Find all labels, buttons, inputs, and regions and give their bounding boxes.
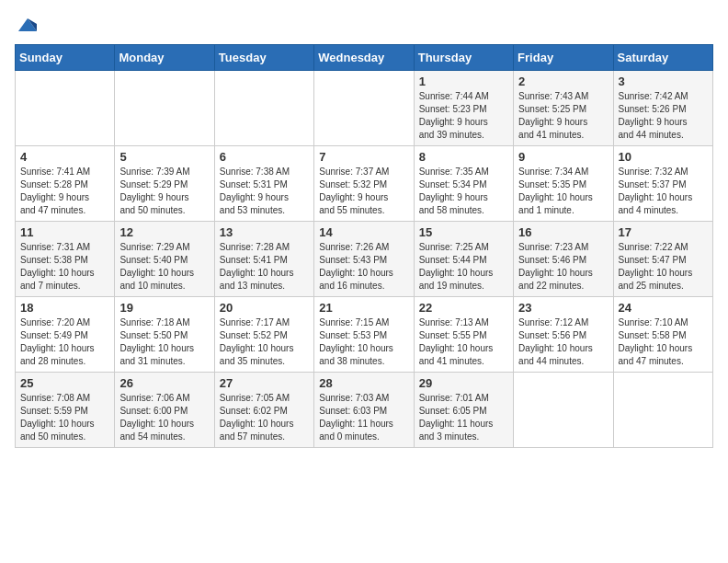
day-info: Sunrise: 7:10 AM Sunset: 5:58 PM Dayligh… [619, 316, 708, 368]
day-number: 15 [419, 225, 508, 239]
calendar-week-row: 18Sunrise: 7:20 AM Sunset: 5:49 PM Dayli… [16, 297, 713, 373]
day-info: Sunrise: 7:32 AM Sunset: 5:37 PM Dayligh… [619, 166, 708, 217]
day-info: Sunrise: 7:31 AM Sunset: 5:38 PM Dayligh… [20, 241, 109, 293]
day-info: Sunrise: 7:34 AM Sunset: 5:35 PM Dayligh… [518, 166, 608, 217]
calendar-cell: 2Sunrise: 7:43 AM Sunset: 5:25 PM Daylig… [514, 71, 613, 146]
calendar-cell: 28Sunrise: 7:03 AM Sunset: 6:03 PM Dayli… [314, 373, 414, 448]
day-number: 13 [220, 225, 309, 239]
header [15, 15, 713, 33]
day-info: Sunrise: 7:15 AM Sunset: 5:53 PM Dayligh… [319, 316, 408, 368]
day-info: Sunrise: 7:25 AM Sunset: 5:44 PM Dayligh… [419, 241, 508, 293]
day-info: Sunrise: 7:37 AM Sunset: 5:32 PM Dayligh… [319, 166, 408, 217]
day-info: Sunrise: 7:22 AM Sunset: 5:47 PM Dayligh… [619, 241, 708, 293]
day-number: 6 [220, 150, 309, 164]
calendar-cell: 16Sunrise: 7:23 AM Sunset: 5:46 PM Dayli… [514, 222, 613, 297]
day-number: 17 [619, 225, 708, 239]
day-number: 14 [319, 225, 408, 239]
day-number: 28 [319, 376, 408, 390]
calendar-cell: 25Sunrise: 7:08 AM Sunset: 5:59 PM Dayli… [16, 373, 115, 448]
calendar-cell: 8Sunrise: 7:35 AM Sunset: 5:34 PM Daylig… [414, 146, 513, 222]
day-number: 25 [20, 376, 109, 390]
calendar-week-row: 1Sunrise: 7:44 AM Sunset: 5:23 PM Daylig… [16, 71, 713, 146]
day-info: Sunrise: 7:23 AM Sunset: 5:46 PM Dayligh… [518, 241, 608, 293]
day-number: 29 [419, 376, 508, 390]
day-number: 11 [20, 225, 109, 239]
calendar-cell [214, 71, 313, 146]
day-info: Sunrise: 7:35 AM Sunset: 5:34 PM Dayligh… [419, 166, 508, 217]
day-number: 19 [119, 301, 209, 315]
calendar-cell: 15Sunrise: 7:25 AM Sunset: 5:44 PM Dayli… [414, 222, 513, 297]
day-info: Sunrise: 7:01 AM Sunset: 6:05 PM Dayligh… [419, 392, 508, 443]
calendar-cell: 23Sunrise: 7:12 AM Sunset: 5:56 PM Dayli… [514, 297, 613, 373]
day-info: Sunrise: 7:06 AM Sunset: 6:00 PM Dayligh… [119, 392, 209, 443]
day-number: 1 [419, 75, 508, 88]
calendar-cell: 4Sunrise: 7:41 AM Sunset: 5:28 PM Daylig… [16, 146, 115, 222]
calendar-cell: 12Sunrise: 7:29 AM Sunset: 5:40 PM Dayli… [115, 222, 214, 297]
day-info: Sunrise: 7:17 AM Sunset: 5:52 PM Dayligh… [220, 316, 309, 368]
calendar-cell: 11Sunrise: 7:31 AM Sunset: 5:38 PM Dayli… [16, 222, 115, 297]
calendar-header-row: SundayMondayTuesdayWednesdayThursdayFrid… [16, 45, 713, 71]
day-number: 22 [419, 301, 508, 315]
calendar-week-row: 4Sunrise: 7:41 AM Sunset: 5:28 PM Daylig… [16, 146, 713, 222]
calendar-cell: 24Sunrise: 7:10 AM Sunset: 5:58 PM Dayli… [613, 297, 712, 373]
day-info: Sunrise: 7:13 AM Sunset: 5:55 PM Dayligh… [419, 316, 508, 368]
day-of-week-header: Sunday [16, 45, 115, 71]
day-info: Sunrise: 7:08 AM Sunset: 5:59 PM Dayligh… [20, 392, 109, 443]
day-of-week-header: Thursday [414, 45, 513, 71]
day-number: 8 [419, 150, 508, 164]
day-number: 23 [518, 301, 608, 315]
day-number: 9 [518, 150, 608, 164]
day-number: 3 [619, 75, 708, 88]
calendar-cell: 20Sunrise: 7:17 AM Sunset: 5:52 PM Dayli… [214, 297, 313, 373]
calendar-cell: 3Sunrise: 7:42 AM Sunset: 5:26 PM Daylig… [613, 71, 712, 146]
day-number: 12 [119, 225, 209, 239]
day-info: Sunrise: 7:05 AM Sunset: 6:02 PM Dayligh… [220, 392, 309, 443]
calendar-cell: 27Sunrise: 7:05 AM Sunset: 6:02 PM Dayli… [214, 373, 313, 448]
day-info: Sunrise: 7:03 AM Sunset: 6:03 PM Dayligh… [319, 392, 408, 443]
day-info: Sunrise: 7:20 AM Sunset: 5:49 PM Dayligh… [20, 316, 109, 368]
day-number: 26 [119, 376, 209, 390]
calendar-cell [16, 71, 115, 146]
day-of-week-header: Tuesday [214, 45, 313, 71]
day-number: 27 [220, 376, 309, 390]
day-of-week-header: Friday [514, 45, 613, 71]
day-number: 4 [20, 150, 109, 164]
day-number: 24 [619, 301, 708, 315]
calendar-cell: 5Sunrise: 7:39 AM Sunset: 5:29 PM Daylig… [115, 146, 214, 222]
day-of-week-header: Monday [115, 45, 214, 71]
calendar-cell: 21Sunrise: 7:15 AM Sunset: 5:53 PM Dayli… [314, 297, 414, 373]
calendar-cell: 14Sunrise: 7:26 AM Sunset: 5:43 PM Dayli… [314, 222, 414, 297]
logo-icon [17, 15, 39, 37]
calendar-week-row: 11Sunrise: 7:31 AM Sunset: 5:38 PM Dayli… [16, 222, 713, 297]
day-info: Sunrise: 7:28 AM Sunset: 5:41 PM Dayligh… [220, 241, 309, 293]
day-info: Sunrise: 7:42 AM Sunset: 5:26 PM Dayligh… [619, 90, 708, 142]
calendar-cell [115, 71, 214, 146]
day-number: 7 [319, 150, 408, 164]
calendar-cell: 26Sunrise: 7:06 AM Sunset: 6:00 PM Dayli… [115, 373, 214, 448]
calendar-cell: 29Sunrise: 7:01 AM Sunset: 6:05 PM Dayli… [414, 373, 513, 448]
day-number: 5 [119, 150, 209, 164]
calendar-cell [613, 373, 712, 448]
day-info: Sunrise: 7:29 AM Sunset: 5:40 PM Dayligh… [119, 241, 209, 293]
calendar-cell: 22Sunrise: 7:13 AM Sunset: 5:55 PM Dayli… [414, 297, 513, 373]
calendar-cell: 18Sunrise: 7:20 AM Sunset: 5:49 PM Dayli… [16, 297, 115, 373]
day-info: Sunrise: 7:26 AM Sunset: 5:43 PM Dayligh… [319, 241, 408, 293]
calendar-week-row: 25Sunrise: 7:08 AM Sunset: 5:59 PM Dayli… [16, 373, 713, 448]
day-info: Sunrise: 7:38 AM Sunset: 5:31 PM Dayligh… [220, 166, 309, 217]
day-number: 10 [619, 150, 708, 164]
day-of-week-header: Wednesday [314, 45, 414, 71]
day-number: 2 [518, 75, 608, 88]
day-of-week-header: Saturday [613, 45, 712, 71]
day-info: Sunrise: 7:12 AM Sunset: 5:56 PM Dayligh… [518, 316, 608, 368]
day-info: Sunrise: 7:43 AM Sunset: 5:25 PM Dayligh… [518, 90, 608, 142]
day-number: 21 [319, 301, 408, 315]
day-number: 18 [20, 301, 109, 315]
calendar-cell: 1Sunrise: 7:44 AM Sunset: 5:23 PM Daylig… [414, 71, 513, 146]
calendar-cell: 7Sunrise: 7:37 AM Sunset: 5:32 PM Daylig… [314, 146, 414, 222]
calendar-cell: 9Sunrise: 7:34 AM Sunset: 5:35 PM Daylig… [514, 146, 613, 222]
day-info: Sunrise: 7:44 AM Sunset: 5:23 PM Dayligh… [419, 90, 508, 142]
calendar-cell [514, 373, 613, 448]
calendar-cell: 19Sunrise: 7:18 AM Sunset: 5:50 PM Dayli… [115, 297, 214, 373]
calendar-cell: 13Sunrise: 7:28 AM Sunset: 5:41 PM Dayli… [214, 222, 313, 297]
calendar-cell: 6Sunrise: 7:38 AM Sunset: 5:31 PM Daylig… [214, 146, 313, 222]
